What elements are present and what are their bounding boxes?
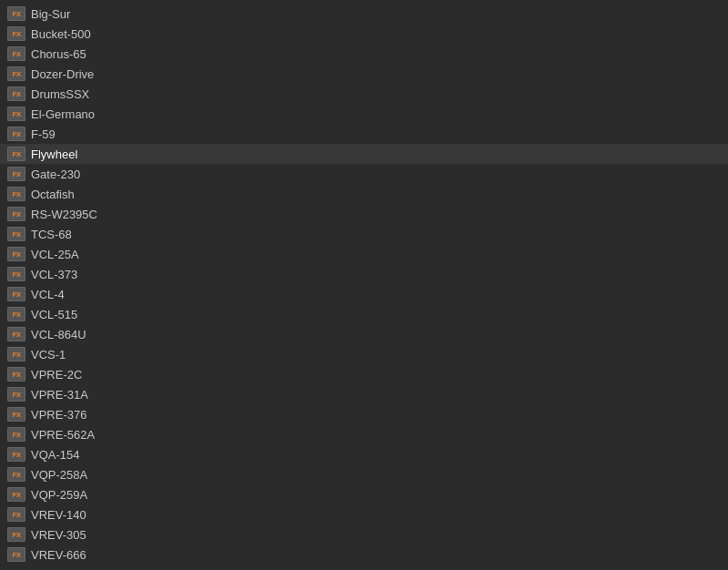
fx-icon: FX (7, 46, 25, 61)
list-item-octafish[interactable]: FXOctafish (0, 184, 728, 204)
item-label: Octafish (31, 188, 75, 201)
item-label: DrumsSSX (31, 87, 89, 101)
fx-icon: FX (7, 87, 25, 101)
fx-icon: FX (7, 447, 25, 462)
fx-icon: FX (7, 347, 25, 361)
fx-icon: FX (7, 267, 25, 281)
item-label: Flywheel (31, 148, 77, 161)
fx-icon: FX (7, 26, 25, 41)
list-item-vpre-31a[interactable]: FXVPRE-31A (0, 384, 728, 404)
list-item-vpre-376[interactable]: FXVPRE-376 (0, 404, 728, 424)
fx-icon: FX (7, 167, 25, 181)
list-item-el-germano[interactable]: FXEl-Germano (0, 104, 728, 124)
fx-icon: FX (7, 387, 25, 402)
item-label: VREV-305 (31, 528, 86, 542)
list-item-vrev-666[interactable]: FXVREV-666 (0, 545, 728, 565)
list-item-vqp-258a[interactable]: FXVQP-258A (0, 464, 728, 484)
item-label: VPRE-2C (31, 368, 82, 382)
item-label: VQA-154 (31, 448, 79, 462)
list-item-rs-w2395c[interactable]: FXRS-W2395C (0, 204, 728, 224)
fx-icon: FX (7, 427, 25, 442)
list-item-tcs-68[interactable]: FXTCS-68 (0, 224, 728, 244)
fx-icon: FX (7, 547, 25, 562)
item-label: VREV-140 (31, 508, 86, 522)
item-label: F-59 (31, 127, 56, 141)
list-item-vcl-373[interactable]: FXVCL-373 (0, 264, 728, 284)
fx-icon: FX (7, 287, 25, 301)
fx-icon: FX (7, 107, 25, 121)
item-label: VCL-25A (31, 248, 79, 261)
list-item-dozer-drive[interactable]: FXDozer-Drive (0, 64, 728, 84)
list-item-chorus-65[interactable]: FXChorus-65 (0, 44, 728, 64)
item-label: Gate-230 (31, 168, 80, 181)
list-item-drumsSSX[interactable]: FXDrumsSSX (0, 84, 728, 104)
list-item-vcl-25a[interactable]: FXVCL-25A (0, 244, 728, 264)
item-label: VCL-864U (31, 328, 86, 341)
fx-icon: FX (7, 507, 25, 522)
fx-icon: FX (7, 147, 25, 161)
item-label: VPRE-376 (31, 408, 86, 422)
list-item-vcl-864u[interactable]: FXVCL-864U (0, 324, 728, 344)
list-item-gate-230[interactable]: FXGate-230 (0, 164, 728, 184)
list-item-vrev-305[interactable]: FXVREV-305 (0, 524, 728, 545)
item-label: TCS-68 (31, 228, 72, 241)
fx-icon: FX (7, 367, 25, 382)
item-label: RS-W2395C (31, 208, 97, 221)
list-item-flywheel[interactable]: FXFlywheel (0, 144, 728, 164)
list-item-vcl-4[interactable]: FXVCL-4 (0, 284, 728, 304)
item-label: Bucket-500 (31, 27, 91, 41)
fx-icon: FX (7, 187, 25, 201)
item-label: VQP-259A (31, 488, 87, 502)
list-item-vpre-562a[interactable]: FXVPRE-562A (0, 424, 728, 444)
fx-icon: FX (7, 307, 25, 321)
fx-icon: FX (7, 227, 25, 241)
fx-icon: FX (7, 6, 25, 21)
item-label: El-Germano (31, 107, 95, 121)
fx-icon: FX (7, 487, 25, 502)
list-item-vrev-140[interactable]: FXVREV-140 (0, 504, 728, 524)
list-item-vcs-1[interactable]: FXVCS-1 (0, 344, 728, 364)
list-item-big-sur[interactable]: FXBig-Sur (0, 4, 728, 24)
list-item-vqp-259a[interactable]: FXVQP-259A (0, 484, 728, 504)
list-item-vcl-515[interactable]: FXVCL-515 (0, 304, 728, 324)
list-item-vqa-154[interactable]: FXVQA-154 (0, 444, 728, 464)
fx-icon: FX (7, 407, 25, 422)
list-item-f-59[interactable]: FXF-59 (0, 124, 728, 144)
item-label: Big-Sur (31, 7, 70, 21)
plugin-list: FXBig-SurFXBucket-500FXChorus-65FXDozer-… (0, 0, 728, 568)
fx-icon: FX (7, 527, 25, 542)
item-label: Dozer-Drive (31, 67, 94, 81)
item-label: VPRE-31A (31, 388, 88, 402)
fx-icon: FX (7, 247, 25, 261)
item-label: VQP-258A (31, 468, 87, 482)
fx-icon: FX (7, 327, 25, 341)
fx-icon: FX (7, 66, 25, 81)
item-label: VCL-515 (31, 308, 77, 321)
fx-icon: FX (7, 127, 25, 141)
item-label: VCS-1 (31, 348, 66, 361)
item-label: VCL-4 (31, 288, 65, 301)
item-label: VPRE-562A (31, 428, 95, 442)
fx-icon: FX (7, 207, 25, 221)
item-label: VCL-373 (31, 268, 77, 281)
item-label: Chorus-65 (31, 47, 86, 61)
list-item-vpre-2c[interactable]: FXVPRE-2C (0, 364, 728, 384)
item-label: VREV-666 (31, 548, 86, 562)
fx-icon: FX (7, 467, 25, 482)
list-item-bucket-500[interactable]: FXBucket-500 (0, 24, 728, 44)
